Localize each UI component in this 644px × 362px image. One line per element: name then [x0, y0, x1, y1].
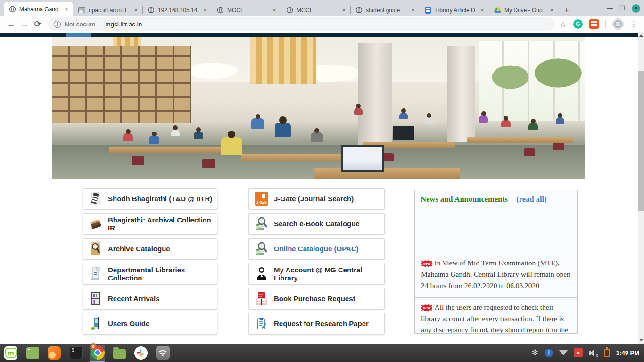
page-viewport: Shodh Bhagirathi (T&D @ IITR) Bhagirathi…: [0, 32, 644, 344]
profile-avatar[interactable]: [612, 18, 624, 30]
bluetooth-icon[interactable]: ᛒ: [545, 349, 553, 357]
taskbar-clock[interactable]: 1:49 PM: [616, 349, 639, 356]
desktop-screen: Mahatma Gand × opac.iitr.ac.in:8 × 192.1…: [0, 0, 644, 362]
link-recent-arrivals[interactable]: Recent Arrivals: [83, 288, 217, 309]
tab-title: MGCL: [227, 7, 271, 14]
forward-button[interactable]: →: [18, 17, 31, 31]
page-info-icon[interactable]: i: [54, 21, 61, 28]
tab-mgcl-2[interactable]: MGCL ×: [281, 4, 350, 16]
tab-mahatma-gandhi-library[interactable]: Mahatma Gand ×: [4, 2, 73, 16]
link-online-catalogue-opac[interactable]: Online Catalogue (OPAC): [248, 238, 385, 259]
quick-link-label: Departmental Libraries Collection: [108, 266, 217, 282]
quick-link-label: Search e-Book Catalogue: [274, 220, 360, 228]
show-desktop-icon: [26, 347, 39, 359]
terminal-launcher[interactable]: $_: [68, 346, 83, 361]
ebook-search-icon: [255, 216, 268, 231]
back-button[interactable]: ←: [5, 17, 18, 31]
tab-close-icon[interactable]: ×: [409, 7, 417, 14]
svg-text:J-Gate: J-Gate: [256, 201, 267, 204]
quick-link-label: J-Gate (Journal Search): [274, 195, 354, 203]
link-shodh-bhagirathi[interactable]: Shodh Bhagirathi (T&D @ IITR): [83, 188, 217, 209]
tab-ip-address[interactable]: 192.168.105.14 ×: [142, 4, 212, 16]
link-users-guide[interactable]: Users Guide: [83, 313, 217, 334]
tab-mgcl-1[interactable]: MGCL ×: [212, 4, 281, 16]
archive-search-icon: [89, 241, 102, 256]
tab-close-icon[interactable]: ×: [548, 7, 555, 14]
link-book-purchase-request[interactable]: Bookreq. Book Purchase Request: [248, 288, 385, 309]
bookshelf-icon: [89, 291, 102, 306]
anydesk-icon[interactable]: »: [574, 348, 583, 357]
slack-launcher[interactable]: [133, 346, 149, 361]
link-departmental-libraries[interactable]: Departmental Libraries Collection: [83, 263, 217, 284]
firefox-launcher[interactable]: [47, 346, 62, 361]
site-navbar-strip: [0, 33, 638, 37]
slack-tray-icon[interactable]: ✻: [532, 348, 538, 358]
tab-my-drive[interactable]: My Drive - Goo ×: [489, 4, 558, 16]
address-bar[interactable]: i Not secure mgcl.iitr.ac.in: [48, 17, 554, 31]
news-title: News and Announcements: [421, 195, 508, 204]
link-my-account[interactable]: My Account @ MG Central Library: [248, 263, 385, 284]
tab-close-icon[interactable]: ×: [132, 7, 140, 14]
link-ebook-catalogue[interactable]: Search e-Book Catalogue: [248, 213, 385, 234]
slack-icon: [134, 346, 148, 360]
tab-close-icon[interactable]: ×: [479, 7, 486, 14]
grammarly-extension-icon[interactable]: G: [573, 19, 583, 29]
read-all-link[interactable]: (read all): [516, 195, 546, 204]
browser-menu-icon[interactable]: ⋮: [630, 20, 637, 28]
scrollbar-up-arrow-icon[interactable]: [639, 34, 643, 37]
window-maximize-button[interactable]: ❐: [619, 5, 625, 11]
archival-book-icon: [89, 216, 102, 231]
window-close-button[interactable]: ✕: [632, 4, 640, 13]
library-photo: [52, 37, 585, 179]
new-tab-button[interactable]: +: [560, 4, 573, 16]
quick-link-label: Book Purchase Request: [274, 295, 355, 303]
taskbar: m $_ 6 ✻ ᛒ » x 1:49 PM: [0, 344, 644, 362]
tab-close-icon[interactable]: ×: [201, 7, 209, 14]
link-research-paper-request[interactable]: Request for Research Paper: [248, 313, 385, 334]
tab-close-icon[interactable]: ×: [340, 7, 347, 14]
quick-link-label: Shodh Bhagirathi (T&D @ IITR): [108, 195, 212, 203]
opac-search-icon: [255, 241, 268, 256]
mint-menu-icon: m: [4, 346, 17, 360]
toolbar-divider: [605, 20, 606, 28]
url-text: mgcl.iitr.ac.in: [105, 21, 142, 28]
tab-student-guide[interactable]: student guide ×: [350, 4, 420, 16]
scrollbar-down-arrow-icon[interactable]: [639, 339, 643, 341]
svg-text:req.: req.: [259, 296, 262, 297]
tab-title: Mahatma Gand: [19, 6, 63, 13]
news-item-text: newAll the users are requested to check …: [421, 302, 571, 333]
scrollbar-thumb[interactable]: [638, 71, 644, 211]
network-tool-launcher[interactable]: [155, 346, 170, 361]
security-status-label: Not secure: [65, 21, 95, 28]
files-launcher[interactable]: [112, 346, 127, 361]
wifi-signal-icon[interactable]: [559, 350, 568, 355]
news-panel-header: News and Announcements (read all): [415, 190, 577, 208]
window-controls: — ❐ ✕: [607, 0, 640, 16]
tab-title: My Drive - Goo: [504, 7, 548, 14]
globe-favicon: [216, 7, 224, 14]
bookmark-star-icon[interactable]: ☆: [560, 20, 567, 29]
omnibox-divider: [100, 20, 100, 28]
quick-link-label: Online Catalogue (OPAC): [274, 245, 359, 253]
research-paper-icon: [255, 316, 268, 331]
reload-button[interactable]: ⟳: [31, 17, 44, 31]
mint-menu-button[interactable]: m: [3, 346, 18, 361]
tab-close-icon[interactable]: ×: [271, 7, 278, 14]
tab-close-icon[interactable]: ×: [63, 6, 70, 13]
tab-opac[interactable]: opac.iitr.ac.in:8 ×: [73, 4, 142, 16]
window-minimize-button[interactable]: —: [607, 5, 613, 11]
tab-library-article[interactable]: Library Article D ×: [420, 4, 489, 16]
news-item: newIn View of Mid Term Examination (MTE)…: [415, 208, 577, 298]
link-archival-collection[interactable]: Bhagirathi: Archival Collection IR: [83, 213, 217, 234]
globe-favicon: [8, 6, 16, 13]
page-scrollbar[interactable]: [638, 32, 644, 344]
image-favicon: [78, 7, 85, 14]
files-folder-icon: [113, 349, 126, 359]
battery-icon[interactable]: [604, 349, 610, 357]
chrome-launcher[interactable]: 6: [90, 345, 105, 362]
link-jgate[interactable]: J-Gate J-Gate (Journal Search): [248, 188, 385, 209]
link-archive-catalogue[interactable]: Archive Catalogue: [83, 238, 217, 259]
show-desktop-button[interactable]: [25, 346, 40, 361]
volume-muted-icon[interactable]: x: [589, 349, 598, 357]
extension-icon[interactable]: [589, 19, 599, 29]
